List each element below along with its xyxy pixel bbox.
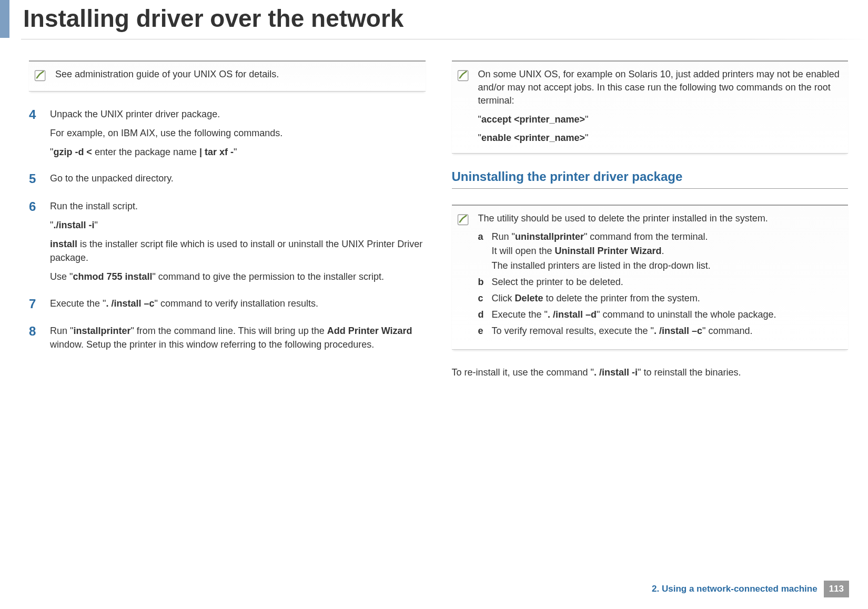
note-text: On some UNIX OS, for example on Solaris … [478,68,844,145]
step-4: 4 Unpack the UNIX printer driver package… [29,107,426,159]
sub-letter: d [478,308,492,321]
step-body: Go to the unpacked directory. [50,171,426,187]
sub-list: a Run "uninstallprinter" command from th… [478,230,844,338]
sub-letter: c [478,292,492,305]
step-5: 5 Go to the unpacked directory. [29,171,426,187]
section-heading: Uninstalling the printer driver package [452,169,849,189]
reinstall-para: To re-install it, use the command ". /in… [452,366,849,379]
page-header: Installing driver over the network [0,0,868,39]
sub-text: Select the printer to be deleted. [492,276,844,289]
sub-text: Click Delete to delete the printer from … [492,292,844,305]
sub-item-b: b Select the printer to be deleted. [478,276,844,289]
header-divider [21,39,868,39]
note-para: On some UNIX OS, for example on Solaris … [478,68,844,108]
page-title: Installing driver over the network [11,0,868,39]
note-command: "accept <printer_name>" [478,113,844,126]
step-8: 8 Run "installprinter" from the command … [29,324,426,351]
sub-text: Execute the ". /install –d" command to u… [492,308,844,321]
note-box-3: The utility should be used to delete the… [452,205,849,350]
sub-item-d: d Execute the ". /install –d" command to… [478,308,844,321]
step-body: Run the install script. "./install -i" i… [50,199,426,283]
step-number: 7 [29,297,50,312]
note-text: The utility should be used to delete the… [478,212,844,341]
step-text: Unpack the UNIX printer driver package. [50,107,426,121]
step-number: 4 [29,107,50,159]
step-text: Run the install script. [50,199,426,213]
step-6: 6 Run the install script. "./install -i"… [29,199,426,283]
sub-letter: b [478,276,492,289]
step-number: 5 [29,171,50,187]
right-column: On some UNIX OS, for example on Solaris … [452,60,849,380]
step-text: For example, on IBM AIX, use the followi… [50,126,426,140]
note-para: See administration guide of your UNIX OS… [55,68,421,81]
note-box-2: On some UNIX OS, for example on Solaris … [452,60,849,154]
step-command: "./install -i" [50,218,426,232]
note-intro: The utility should be used to delete the… [478,212,844,225]
note-icon [33,68,48,83]
left-column: See administration guide of your UNIX OS… [29,60,426,380]
step-body: Unpack the UNIX printer driver package. … [50,107,426,159]
step-number: 6 [29,199,50,283]
note-text: See administration guide of your UNIX OS… [55,68,421,83]
note-box-1: See administration guide of your UNIX OS… [29,60,426,92]
note-command: "enable <printer_name>" [478,131,844,145]
step-command: "gzip -d < enter the package name | tar … [50,145,426,159]
sub-letter: e [478,324,492,338]
step-body: Execute the ". /install –c" command to v… [50,297,426,312]
step-7: 7 Execute the ". /install –c" command to… [29,297,426,312]
sub-text: To verify removal results, execute the "… [492,324,844,338]
sub-item-c: c Click Delete to delete the printer fro… [478,292,844,305]
page-footer: 2. Using a network-connected machine 113 [652,581,849,597]
step-body: Run "installprinter" from the command li… [50,324,426,351]
note-icon [456,212,471,227]
sub-letter: a [478,230,492,272]
step-text: Go to the unpacked directory. [50,171,426,185]
note-icon [456,68,471,83]
sub-item-e: e To verify removal results, execute the… [478,324,844,338]
step-text: Use "chmod 755 install" command to give … [50,270,426,283]
step-text: Execute the ". /install –c" command to v… [50,297,426,310]
footer-page-number: 113 [824,581,849,597]
header-tab-decoration [0,0,9,38]
step-number: 8 [29,324,50,351]
sub-item-a: a Run "uninstallprinter" command from th… [478,230,844,272]
step-text: Run "installprinter" from the command li… [50,324,426,351]
sub-text: Run "uninstallprinter" command from the … [492,230,844,272]
footer-chapter: 2. Using a network-connected machine [652,584,817,594]
content-area: See administration guide of your UNIX OS… [0,39,868,380]
step-text: install is the installer script file whi… [50,237,426,265]
